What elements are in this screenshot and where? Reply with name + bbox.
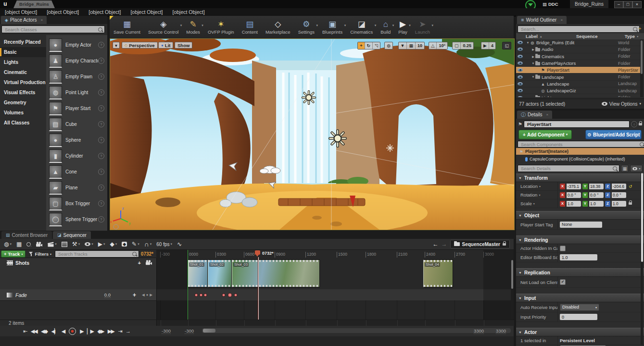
placeable-actor-item[interactable]: ♟ Empty Character ? [46,53,107,69]
visibility-eye-icon[interactable] [518,96,523,97]
component-row[interactable]: PlayerStart(Instance) [516,148,644,155]
class-info-icon[interactable]: ? [98,185,104,191]
class-info-icon[interactable]: ? [98,200,104,207]
shots-lane[interactable]: Shot_01 Shot_02 Shot_03 Shot_04 [156,258,514,290]
expander-icon[interactable]: ▼ [526,41,530,44]
menu-item[interactable]: [object Object] [84,8,126,16]
view-range-start-field[interactable]: -300 [162,328,171,334]
category-item[interactable]: Cinematic [0,67,46,77]
search-components-input[interactable] [520,141,640,148]
placeable-actor-item[interactable]: ◯ Sphere Trigger ? [46,211,107,227]
tab-world-outliner[interactable]: ≣ World Outliner × [517,16,567,24]
view-options-button[interactable]: ▾ [85,242,93,246]
keyframe[interactable] [222,293,226,297]
fade-value-field[interactable]: 0.0 [104,292,111,298]
minimize-button[interactable]: – [614,1,623,8]
back-icon[interactable]: ← [433,241,439,247]
search-tracks-box[interactable] [55,250,139,258]
scale-label[interactable]: Scale▾ [516,201,557,206]
working-range-start-field[interactable]: -300 [185,328,194,334]
maximize-button[interactable]: □ [623,1,632,8]
rotation-snap-button[interactable]: △ [429,42,437,49]
record-button[interactable]: ● [69,328,76,335]
fps-dropdown[interactable]: 60 fps▾ [156,242,172,247]
close-icon[interactable]: × [546,112,549,117]
toolbar-button[interactable]: ▦ Save Current ▾ [110,16,144,38]
playhead-line[interactable] [258,257,259,320]
placeable-actor-item[interactable]: ▲ Cone ? [46,164,107,180]
tab-details[interactable]: ⓘ Details × [517,111,552,119]
snap-button[interactable]: ∩▾ [144,240,152,248]
lock-icon[interactable] [639,123,642,125]
expander-icon[interactable]: ▼ [531,75,535,78]
outliner-row[interactable]: ▼ GamePlayActors Folder [516,60,642,67]
search-details-box[interactable] [518,165,619,172]
toolbar-button[interactable]: ✶ OVFP Plugin ▾ [204,16,238,38]
search-details-input[interactable] [520,165,613,172]
tab-place-actors[interactable]: ◈ Place Actors × [1,16,47,24]
search-classes-box[interactable] [1,25,105,33]
visibility-eye-icon[interactable] [518,41,523,44]
toolbar-button[interactable]: ⚙ Settings ▾ [294,16,318,38]
rotation-snap-value[interactable]: 10° [437,42,447,49]
fade-track-row[interactable]: Fade 0.0 + ◀ ● ▶ [0,289,156,301]
placeable-actor-item[interactable]: ▢ Box Trigger ? [46,196,107,211]
previous-key-button[interactable]: ◀◆ [41,327,47,335]
outliner-row[interactable]: PlayerStart PlayerStar [516,67,642,74]
close-icon[interactable]: × [41,18,43,22]
scale-snap-button[interactable]: ▢ [453,42,461,49]
shots-track-row[interactable]: Shots + [0,258,156,290]
forward-icon[interactable]: → [442,241,447,247]
shot-section[interactable]: Shot_04 [423,260,453,287]
world-local-toggle[interactable]: ◍ [384,42,393,49]
play-button[interactable]: ▶ [80,327,83,335]
toolbar-button[interactable]: ▶ Play ▾ [394,16,411,38]
outliner-search-box[interactable] [518,25,640,33]
add-shot-button[interactable]: + [138,260,141,266]
add-component-button[interactable]: + Add Component ▾ [518,130,572,139]
next-frame-button[interactable]: ▏▶ [87,327,93,335]
perspective-button[interactable]: ◇ Perspective [122,42,158,49]
scale-tool-button[interactable]: ◹ [373,42,380,49]
section-replication[interactable]: ▼Replication [516,268,644,277]
jump-to-end-button[interactable]: ⇥ [118,327,121,335]
menu-item[interactable]: [object Object] [126,8,167,16]
placeable-actor-item[interactable]: ▰ Plane ? [46,180,107,196]
previous-shot-button[interactable]: ◀◀ [31,327,37,335]
rotation-label[interactable]: Rotation▾ [516,192,557,198]
save-sequence-button[interactable]: ▦ [16,241,22,247]
world-options-button[interactable]: ◍▾ [4,241,12,247]
new-folder-button[interactable]: + [637,25,643,32]
bottom-tab[interactable]: ◪ Sequencer [object Object] [53,231,91,239]
chevron-down-icon[interactable]: ▾ [344,24,346,27]
category-item[interactable]: Visual Effects [0,87,46,98]
lit-mode-button[interactable]: ● Lit [158,42,173,49]
surface-snap-button[interactable]: ▼ [399,42,407,49]
range-scrollbar[interactable] [202,328,511,333]
class-info-icon[interactable]: ? [98,58,104,64]
outliner-row[interactable]: Landscape Landscap [516,81,642,87]
outliner-row[interactable]: ▶ Audio Folder [516,46,642,53]
class-info-icon[interactable]: ? [98,169,104,175]
toolbar-button[interactable]: ➤ Launch ▾ [411,16,434,38]
filter-icon[interactable]: ▾ [637,35,638,38]
toolbar-button[interactable]: ◈ Source Control ▾ [144,16,182,38]
camera-icon[interactable] [145,260,152,265]
category-item[interactable]: All Classes [0,118,46,128]
current-time-display[interactable]: 0732* [141,251,153,257]
visibility-eye-icon[interactable] [518,48,523,51]
placeable-actor-item[interactable]: ▧ Cube ? [46,116,107,132]
lock-icon[interactable] [503,243,506,246]
scale-z-field[interactable]: 1.0 [612,201,626,207]
placeable-actor-item[interactable]: ▮ Cylinder ? [46,148,107,164]
visibility-eye-icon[interactable] [518,55,523,58]
next-key-button[interactable]: ◆▶ [97,327,103,335]
bottom-tab[interactable]: ▤ Content Browser [object Object] [1,231,52,239]
billboard-scale-field[interactable]: 1.0 [560,254,597,260]
class-info-icon[interactable]: ? [98,105,104,111]
location-label[interactable]: Location▾ [516,184,557,189]
player-start-tag-field[interactable]: None [560,222,602,228]
curve-editor-button[interactable]: ∿ [177,241,182,247]
find-in-content-browser-button[interactable] [26,242,31,247]
sequencer-settings-button[interactable]: ⚒▾ [72,241,80,247]
